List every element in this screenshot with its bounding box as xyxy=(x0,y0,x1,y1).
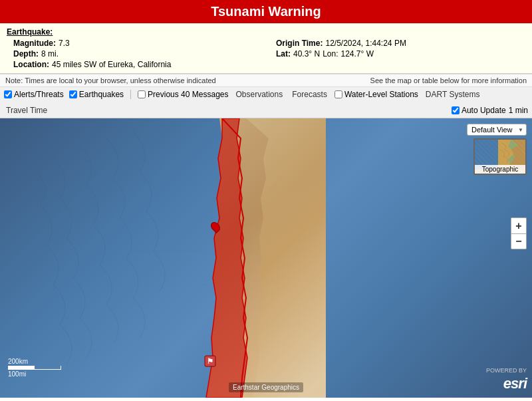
topo-thumbnail[interactable]: Topographic xyxy=(473,138,527,175)
map-container[interactable]: ⚑ Default View Topographic + xyxy=(0,118,532,398)
previous-messages-label: Previous 40 Messages xyxy=(148,90,228,99)
note-right: See the map or table below for more info… xyxy=(370,76,527,84)
lat-label: Lat: xyxy=(276,49,291,59)
magnitude-label: Magnitude: xyxy=(13,39,56,48)
water-level-checkbox[interactable] xyxy=(334,90,342,98)
page-title: Tsunami Warning xyxy=(211,4,321,19)
dart-systems-tab[interactable]: DART Systems xyxy=(424,89,482,100)
earthquakes-checkbox[interactable] xyxy=(69,90,77,98)
scale-bar: 200km 100mi xyxy=(8,358,61,378)
earthquake-pin xyxy=(209,220,222,233)
travel-time-tab[interactable]: Travel Time xyxy=(4,105,49,116)
toolbar-separator-1 xyxy=(130,90,131,99)
note-bar: Note: Times are local to your browser, u… xyxy=(0,74,532,87)
magnitude-value: 7.3 xyxy=(59,39,70,48)
location-row: Location: 45 miles SW of Eureka, Califor… xyxy=(13,60,263,69)
map-controls: Default View Topographic + − xyxy=(467,124,527,249)
alerts-threats-checkbox-item[interactable]: Alerts/Threats xyxy=(4,90,64,99)
water-level-checkbox-item[interactable]: Water-Level Stations xyxy=(334,90,418,99)
earthquakes-checkbox-item[interactable]: Earthquakes xyxy=(69,90,124,99)
earthquake-label: Earthquake: xyxy=(7,27,53,37)
title-bar: Tsunami Warning xyxy=(0,0,532,23)
lon-label: Lon: xyxy=(323,49,338,59)
depth-value: 8 mi. xyxy=(41,49,59,59)
origin-time-label: Origin Time: xyxy=(276,39,323,48)
auto-update-checkbox[interactable] xyxy=(452,106,460,114)
scale-ruler-km xyxy=(8,366,61,370)
forecasts-tab[interactable]: Forecasts xyxy=(290,89,329,100)
scale-200km: 200km xyxy=(8,358,61,365)
location-value: 45 miles SW of Eureka, California xyxy=(52,60,171,69)
magnitude-row: Magnitude: 7.3 xyxy=(13,39,263,48)
view-dropdown[interactable]: Default View xyxy=(467,124,527,136)
note-left: Note: Times are local to your browser, u… xyxy=(5,76,216,84)
station-icon: ⚑ xyxy=(203,354,217,368)
previous-messages-checkbox[interactable] xyxy=(138,90,146,98)
depth-label: Depth: xyxy=(13,49,39,59)
topo-label: Topographic xyxy=(475,165,525,174)
svg-text:⚑: ⚑ xyxy=(207,357,213,365)
alerts-threats-checkbox[interactable] xyxy=(4,90,12,98)
update-interval: 1 min xyxy=(509,106,528,115)
auto-update-group: Auto Update 1 min xyxy=(452,106,528,115)
scale-100mi: 100mi xyxy=(8,370,61,378)
lat-lon-row: Lat: 40.3° N Lon: 124.7° W xyxy=(276,49,525,59)
depth-row: Depth: 8 mi. xyxy=(13,49,263,59)
info-section: Earthquake: Magnitude: 7.3 Origin Time: … xyxy=(0,23,532,74)
location-label: Location: xyxy=(13,60,49,69)
zoom-out-button[interactable]: − xyxy=(511,233,527,249)
earthquake-marker xyxy=(211,221,222,232)
zoom-in-button[interactable]: + xyxy=(511,217,527,233)
origin-time-value: 12/5/2024, 1:44:24 PM xyxy=(325,39,406,48)
info-grid: Magnitude: 7.3 Origin Time: 12/5/2024, 1… xyxy=(7,39,525,69)
powered-by-label: POWERED BY xyxy=(486,367,527,374)
esri-logo: POWERED BY esri xyxy=(486,367,527,392)
observations-tab[interactable]: Observations xyxy=(234,89,285,100)
station-marker: ⚑ xyxy=(203,354,217,370)
earthquakes-label: Earthquakes xyxy=(79,90,124,99)
alerts-threats-label: Alerts/Threats xyxy=(14,90,64,99)
origin-time-row: Origin Time: 12/5/2024, 1:44:24 PM xyxy=(276,39,525,48)
zoom-controls: + − xyxy=(511,217,527,249)
earthstar-label: Earthstar Geographics xyxy=(229,382,303,392)
auto-update-label: Auto Update xyxy=(462,106,506,115)
previous-messages-checkbox-item[interactable]: Previous 40 Messages xyxy=(138,90,228,99)
lat-value: 40.3° N xyxy=(293,49,320,59)
water-level-label: Water-Level Stations xyxy=(344,90,418,99)
view-dropdown-wrapper[interactable]: Default View xyxy=(467,124,527,136)
scale-line: 200km 100mi xyxy=(8,358,61,378)
esri-brand: esri xyxy=(503,375,527,392)
auto-update-checkbox-item[interactable]: Auto Update xyxy=(452,106,506,115)
land-terrain xyxy=(0,118,326,398)
lon-value: 124.7° W xyxy=(341,49,374,59)
toolbar: Alerts/Threats Earthquakes Previous 40 M… xyxy=(0,87,532,118)
